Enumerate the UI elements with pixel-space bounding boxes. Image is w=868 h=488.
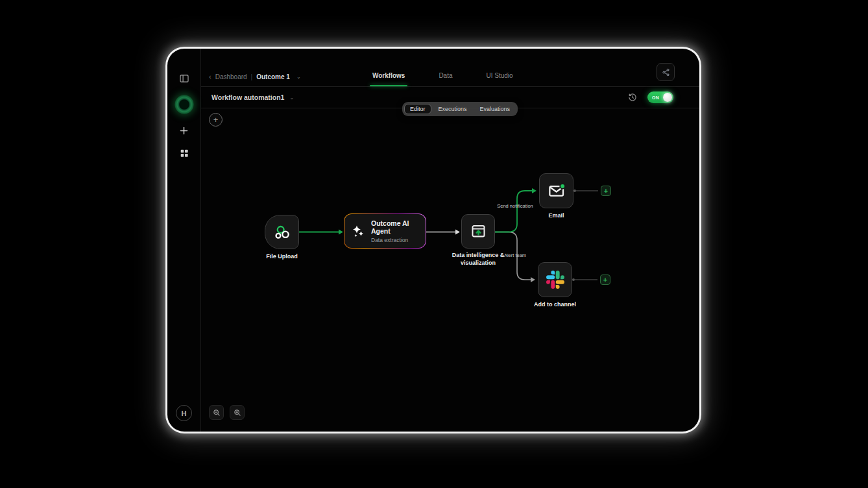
add-next-step-slack-button[interactable]: +: [600, 274, 610, 285]
webhook-icon: [273, 223, 291, 241]
zoom-in-button[interactable]: [230, 405, 245, 420]
app-window: H ‹ Dashboard | Outcome 1 ⌄ Workflows Da…: [167, 49, 699, 432]
edge-label-alert-team: Alert team: [494, 252, 536, 260]
node-label-email: Email: [524, 212, 589, 220]
connector-dot: [573, 189, 576, 192]
sidebar: H: [167, 49, 201, 432]
zoom-out-icon: [212, 408, 221, 417]
workflow-title[interactable]: Workflow automation1: [211, 93, 284, 101]
share-button[interactable]: [657, 63, 675, 81]
workflow-edges: [201, 108, 699, 432]
node-slack[interactable]: [538, 262, 572, 297]
ai-agent-text: Outcome AI Agent Data extraction: [371, 219, 419, 243]
toolbar-actions: ON: [627, 92, 673, 103]
node-label-file-upload: File Upload: [249, 253, 315, 261]
node-email[interactable]: [539, 173, 573, 208]
toggle-knob: [663, 93, 672, 102]
add-node-button[interactable]: +: [209, 113, 223, 127]
page-background: H ‹ Dashboard | Outcome 1 ⌄ Workflows Da…: [0, 0, 868, 488]
node-data-intelligence[interactable]: [461, 214, 495, 249]
edge-arrowhead: [339, 230, 343, 235]
breadcrumb: ‹ Dashboard | Outcome 1 ⌄: [209, 73, 301, 80]
chevron-down-icon[interactable]: ⌄: [296, 74, 301, 80]
breadcrumb-current: Outcome 1: [256, 73, 290, 80]
breadcrumb-parent[interactable]: Dashboard: [215, 73, 247, 80]
window-upload-icon: [470, 223, 487, 240]
history-button[interactable]: [627, 92, 638, 103]
plus-icon: [179, 126, 189, 136]
apps-button[interactable]: [178, 147, 191, 160]
history-icon: [627, 92, 638, 103]
workflow-canvas[interactable]: + File Upload: [201, 108, 699, 432]
main-area: ‹ Dashboard | Outcome 1 ⌄ Workflows Data…: [201, 49, 699, 432]
edge-label-send-notification: Send notification: [494, 203, 536, 210]
view-tab-bar: Editor Executions Evaluations: [402, 102, 518, 116]
sparkles-icon: [351, 223, 365, 240]
edge-arrowhead: [531, 277, 535, 282]
tab-workflows[interactable]: Workflows: [371, 49, 406, 86]
zoom-in-icon: [233, 408, 242, 417]
primary-nav: Workflows Data UI Studio: [371, 49, 514, 86]
envelope-icon: [547, 181, 566, 201]
add-button[interactable]: [178, 124, 191, 137]
ai-agent-title: Outcome AI Agent: [371, 219, 419, 235]
node-label-slack: Add to channel: [516, 301, 594, 309]
top-header: ‹ Dashboard | Outcome 1 ⌄ Workflows Data…: [201, 49, 699, 87]
breadcrumb-divider: |: [251, 73, 253, 80]
ai-agent-subtitle: Data extraction: [371, 237, 419, 243]
connector-dot: [572, 278, 575, 281]
tab-data[interactable]: Data: [437, 49, 453, 86]
back-chevron-icon[interactable]: ‹: [209, 73, 211, 80]
tab-evaluations[interactable]: Evaluations: [474, 104, 516, 114]
edge-data-to-email: [495, 191, 533, 232]
toggle-on-label: ON: [652, 95, 659, 100]
slack-icon: [546, 271, 564, 289]
panel-left-icon: [178, 73, 190, 84]
edge-arrowhead: [532, 188, 536, 193]
edge-arrowhead: [455, 230, 460, 235]
brand-logo-icon[interactable]: [175, 95, 194, 114]
node-ai-agent[interactable]: Outcome AI Agent Data extraction: [344, 214, 426, 249]
apps-grid-icon: [179, 148, 189, 158]
tab-ui-studio[interactable]: UI Studio: [485, 49, 514, 86]
user-avatar[interactable]: H: [176, 405, 192, 421]
zoom-out-button[interactable]: [209, 405, 224, 420]
tab-executions[interactable]: Executions: [433, 104, 473, 114]
share-nodes-icon: [661, 67, 671, 77]
node-file-upload[interactable]: [265, 215, 299, 249]
tab-editor[interactable]: Editor: [404, 104, 431, 114]
chevron-down-icon[interactable]: ⌄: [289, 95, 294, 101]
add-next-step-email-button[interactable]: +: [601, 186, 611, 196]
workflow-enabled-toggle[interactable]: ON: [647, 92, 673, 103]
sidebar-toggle-button[interactable]: [178, 72, 191, 85]
zoom-controls: [209, 405, 245, 420]
